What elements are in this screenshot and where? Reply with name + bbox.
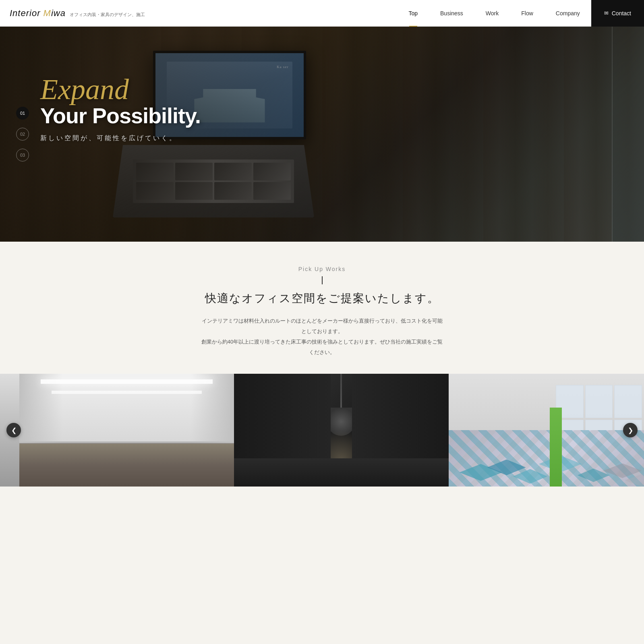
green-column [550,408,562,487]
logo-prefix: Interior [10,8,43,18]
slide-dot-3[interactable]: 03 [16,149,29,162]
office-corridor-img [19,374,234,487]
logo-text: Interior Miwa [10,8,66,19]
floor-line [19,443,234,444]
hero-expand-text: Expand [40,75,201,104]
gallery-section: ❮ [0,374,644,487]
light-strip-2 [52,391,202,394]
pickup-desc-line1: インテリアミワは材料仕入れのルートのほとんどをメーカー様から直接行っており、低コ… [201,316,443,337]
pickup-divider [322,276,323,284]
tile-gray-1 [603,464,642,478]
gallery-track [0,374,644,487]
hero-text-block: Expand Your Possibility. 新しい空間が、可能性を広げてい… [40,75,201,143]
logo: Interior Miwa オフィス内装・家具のデザイン、施工 [0,8,145,19]
contact-button[interactable]: ✉ Contact [591,0,644,27]
gallery-prev-button[interactable]: ❮ [6,423,21,437]
gallery-next-button[interactable]: ❯ [623,423,638,437]
pickup-title: 快適なオフィス空間をご提案いたします。 [8,291,636,306]
tile-teal-3 [513,469,547,484]
light-strip-1 [41,379,212,384]
slide-dot-1[interactable]: 01 [16,107,29,120]
nav-work[interactable]: Work [474,0,510,27]
window-2 [585,385,613,418]
carpet-tiles [449,430,644,487]
nav-business[interactable]: Business [429,0,474,27]
hero-right-strip [612,27,644,242]
nav-company[interactable]: Company [545,0,591,27]
hero-subtitle: 新しい空間が、可能性を広げていく。 [40,134,201,143]
window-3 [614,385,642,418]
logo-suffix: iwa [51,8,66,18]
hero-possibility-text: Your Possibility. [40,104,201,128]
slide-indicators: 01 02 03 [16,107,29,162]
floor-carpet [19,444,234,487]
floor-dark [234,458,449,487]
slide-dot-2[interactable]: 02 [16,128,29,141]
pickup-description: インテリアミワは材料仕入れのルートのほとんどをメーカー様から直接行っており、低コ… [201,316,443,358]
mail-icon: ✉ [604,10,609,16]
logo-m: M [43,8,51,18]
logo-subtitle: オフィス内装・家具のデザイン、施工 [70,12,145,18]
nav-top[interactable]: Top [397,0,429,27]
colorful-office-img [449,374,644,487]
contact-label: Contact [612,10,631,17]
pickup-desc-line2: 創業から約40年以上に渡り培ってきた床工事の技術を強みとしております。ぜひ当社の… [201,337,443,358]
header: Interior Miwa オフィス内装・家具のデザイン、施工 Top Busi… [0,0,644,27]
pickup-section: Pick Up Works 快適なオフィス空間をご提案いたします。 インテリアミ… [0,242,644,374]
gallery-item-1 [19,374,234,487]
hero-section: Ka ser Expand [0,27,644,242]
gallery-item-3 [449,374,644,487]
main-nav: Top Business Work Flow Company ✉ Contact [397,0,644,27]
gallery-item-2 [234,374,449,487]
dark-room-img [234,374,449,487]
pickup-section-label: Pick Up Works [8,266,636,272]
nav-flow[interactable]: Flow [510,0,545,27]
